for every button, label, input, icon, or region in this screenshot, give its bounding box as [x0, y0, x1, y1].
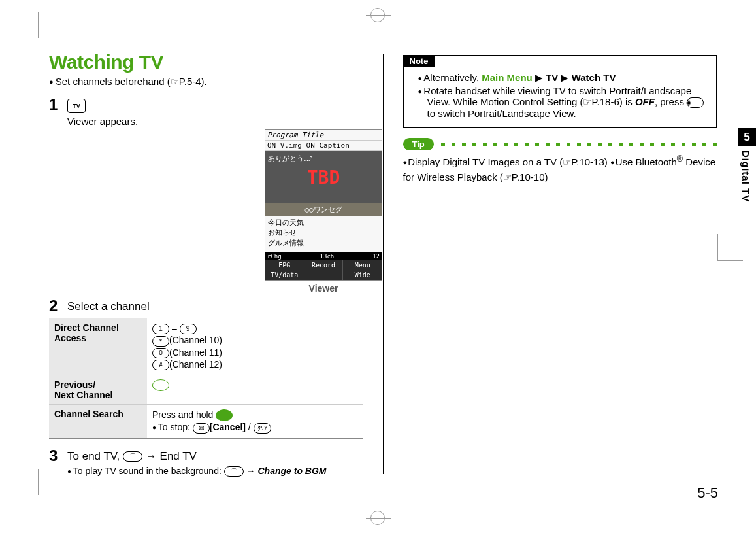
- search-stop-line: To stop: ✉[Cancel] / ｸﾘｱ: [152, 422, 358, 433]
- note-item-1: Alternatively, Main Menu ▶ TV ▶ Watch TV: [418, 72, 710, 84]
- viewer-status-left: rChg: [267, 253, 282, 260]
- row-label-search: Channel Search: [49, 405, 147, 439]
- viewer-settings-line: ON V.img ON Caption: [265, 141, 382, 151]
- end-call-key-icon: ⌒: [224, 466, 244, 477]
- step-number: 3: [49, 448, 61, 464]
- end-call-key-icon: ⌒: [123, 451, 142, 462]
- key-hash-icon: ＃: [152, 360, 169, 370]
- viewer-figure: Program Title ON V.img ON Caption ありがとう……: [265, 129, 382, 294]
- note-box: Note Alternatively, Main Menu ▶ TV ▶ Wat…: [403, 55, 717, 128]
- direct-ch10: ＊(Channel 10): [152, 335, 358, 346]
- viewer-caption-label: Viewer: [265, 283, 382, 294]
- ch11-label: (Channel 11): [169, 347, 222, 358]
- step-1-text: Viewer appears.: [67, 116, 138, 127]
- step-2-text: Select a channel: [67, 298, 150, 313]
- step-1: 1 TV Viewer appears.: [49, 97, 363, 127]
- step-3-sub: To play TV sound in the background: ⌒ → …: [67, 466, 327, 477]
- direct-ch12: ＃(Channel 12): [152, 359, 358, 370]
- step-number: 2: [49, 298, 61, 314]
- viewer-video-area: ありがとう…♪ TBD: [265, 151, 382, 203]
- camera-key-icon: ◉: [687, 97, 704, 108]
- viewer-softkeys-2: TV/data Wide: [265, 270, 382, 280]
- step-number: 1: [49, 97, 61, 112]
- tip-header: Tip: [403, 138, 717, 150]
- cancel-label: [Cancel]: [210, 422, 246, 432]
- direct-ch11: 0(Channel 11): [152, 347, 358, 358]
- triangle-icon: ▶: [533, 72, 546, 83]
- mail-key-icon: ✉: [193, 423, 210, 434]
- tip-dots-icon: [439, 141, 717, 148]
- stop-prefix: To stop:: [158, 422, 193, 432]
- chapter-side-tab: 5 Digital TV: [738, 128, 756, 209]
- lead-note: Set channels beforehand (☞P.5-4).: [49, 76, 363, 88]
- key-0-icon: 0: [152, 348, 169, 358]
- note2-c: to switch Portrait/Landscape View.: [427, 108, 576, 119]
- ch10-label: (Channel 10): [169, 335, 222, 345]
- clear-key-icon: ｸﾘｱ: [254, 423, 271, 434]
- tip-part2a: Use Bluetooth: [616, 156, 677, 167]
- nav-leftright-icon: [152, 379, 169, 391]
- table-row: Direct Channel Access 1 – 9 ＊(Channel 10…: [49, 318, 363, 375]
- search-line: Press and hold: [152, 409, 358, 421]
- register-mark-bottom: [370, 511, 385, 525]
- table-row: Channel Search Press and hold To stop: ✉…: [49, 405, 363, 439]
- viewer-program-title: Program Title: [265, 130, 382, 141]
- step-3: 3 To end TV, ⌒ → End TV To play TV sound…: [49, 448, 363, 477]
- triangle-icon: ▶: [558, 72, 571, 83]
- viewer-channel-caption: ○○ワンセグ: [265, 203, 382, 216]
- arrow-icon: →: [146, 450, 160, 462]
- key-9-icon: 9: [180, 324, 197, 334]
- change-to-bgm: Change to BGM: [258, 466, 327, 476]
- arrow-icon: →: [246, 466, 258, 476]
- softkey-record: Record: [304, 260, 344, 270]
- tv-key-icon: TV: [67, 99, 86, 113]
- crop-mark: [38, 469, 39, 495]
- crop-mark: [38, 12, 39, 38]
- viewer-status-right: 12: [372, 253, 380, 260]
- chapter-label: Digital TV: [738, 146, 754, 209]
- note1-a: Alternatively,: [423, 72, 482, 83]
- note1-watchtv: Watch TV: [572, 72, 616, 83]
- softkey-tvdata: TV/data: [265, 270, 304, 280]
- page-number: 5-5: [697, 485, 718, 502]
- tip-bullet-icon: [403, 156, 408, 167]
- left-column: Watching TV Set channels beforehand (☞P.…: [49, 39, 363, 500]
- tip-part1: Display Digital TV Images on a TV (☞P.10…: [408, 156, 610, 167]
- step-3-text-b: End TV: [160, 450, 197, 462]
- tip-body: Display Digital TV Images on a TV (☞P.10…: [403, 153, 717, 184]
- note2-b: , press: [655, 96, 687, 107]
- crop-mark: [13, 12, 39, 12]
- chapter-number: 5: [738, 128, 756, 146]
- viewer-softkeys: EPG Record Menu: [265, 260, 382, 270]
- register-mark-top: [370, 8, 385, 22]
- tip-bullet-icon: [610, 156, 616, 167]
- key-1-icon: 1: [152, 324, 169, 334]
- step-3-sub-a: To play TV sound in the background:: [73, 466, 224, 476]
- viewer-status-channel: 13ch: [320, 253, 335, 260]
- note1-tv: TV: [546, 72, 558, 83]
- row-label-prevnext: Previous/ Next Channel: [49, 375, 147, 405]
- softkey-menu: Menu: [343, 260, 382, 270]
- viewer-thumb-text: TBD: [307, 167, 340, 188]
- step-3-text-a: To end TV,: [67, 450, 123, 462]
- step-2: 2 Select a channel: [49, 298, 363, 314]
- note-item-2: Rotate handset while viewing TV to switc…: [418, 85, 710, 119]
- registered-mark: ®: [677, 154, 683, 163]
- softkey-wide: Wide: [343, 270, 382, 280]
- note-tab-label: Note: [403, 55, 435, 67]
- note1-mainmenu: Main Menu: [482, 72, 533, 83]
- column-divider: [383, 54, 384, 474]
- table-row: Previous/ Next Channel: [49, 375, 363, 405]
- key-star-icon: ＊: [152, 336, 169, 347]
- softkey-empty: [304, 270, 344, 280]
- range-dash: –: [169, 323, 180, 334]
- row-label-direct: Direct Channel Access: [49, 318, 147, 375]
- note2-off: OFF: [635, 96, 655, 107]
- viewer-status-bar: rChg 13ch 12: [265, 252, 382, 260]
- search-text: Press and hold: [152, 409, 216, 420]
- direct-range: 1 – 9: [152, 323, 358, 334]
- channel-table: Direct Channel Access 1 – 9 ＊(Channel 10…: [49, 318, 363, 439]
- right-column: Note Alternatively, Main Menu ▶ TV ▶ Wat…: [403, 39, 737, 500]
- ch12-label: (Channel 12): [169, 359, 222, 370]
- viewer-overlay-caption: ありがとう…♪: [268, 154, 312, 163]
